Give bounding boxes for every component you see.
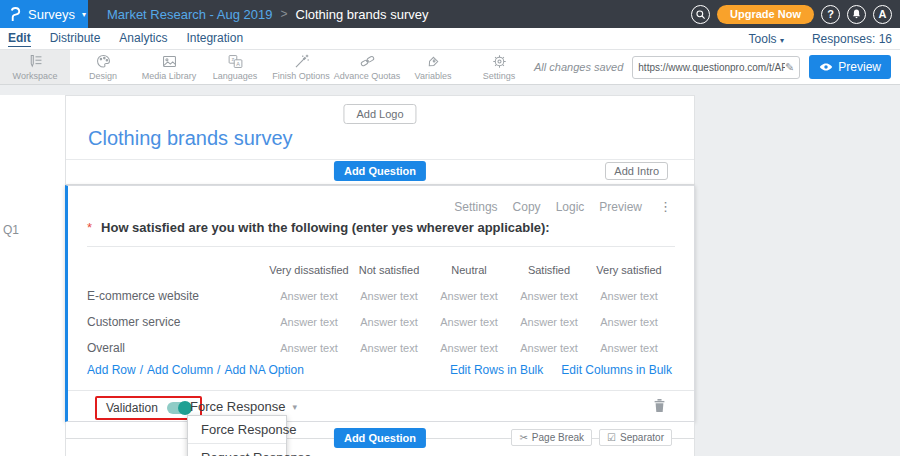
edit-columns-bulk-link[interactable]: Edit Columns in Bulk xyxy=(561,363,672,377)
edit-url-icon[interactable]: ✎ xyxy=(785,61,794,74)
add-logo-button[interactable]: Add Logo xyxy=(343,104,416,124)
help-button[interactable]: ? xyxy=(821,5,840,24)
add-question-button-top[interactable]: Add Question xyxy=(334,161,426,181)
section-nav: Edit Distribute Analytics Integration To… xyxy=(0,28,900,50)
question-copy-link[interactable]: Copy xyxy=(513,200,541,214)
translate-icon: zA xyxy=(226,53,245,70)
tool-design[interactable]: Design xyxy=(70,50,136,84)
answer-cell[interactable]: Answer text xyxy=(509,342,589,354)
answer-cell[interactable]: Answer text xyxy=(349,342,429,354)
page-break-button[interactable]: ✂ Page Break xyxy=(511,429,592,446)
checked-checkbox-icon: ☑ xyxy=(607,432,616,443)
answer-cell[interactable]: Answer text xyxy=(349,290,429,302)
answer-cell[interactable]: Answer text xyxy=(589,342,669,354)
question-index-label: Q1 xyxy=(3,223,19,237)
tool-languages[interactable]: zA Languages xyxy=(202,50,268,84)
tools-menu[interactable]: Tools ▾ xyxy=(749,32,784,46)
menu-item-request-response[interactable]: Request Response xyxy=(188,444,286,456)
tool-media-library[interactable]: Media Library xyxy=(136,50,202,84)
tool-variables[interactable]: Variables xyxy=(400,50,466,84)
separator-toggle[interactable]: ☑ Separator xyxy=(599,429,672,446)
answer-cell[interactable]: Answer text xyxy=(269,316,349,328)
tool-finish-options[interactable]: Finish Options xyxy=(268,50,334,84)
tool-label: Media Library xyxy=(142,71,197,81)
edit-rows-bulk-link[interactable]: Edit Rows in Bulk xyxy=(450,363,543,377)
answer-cell[interactable]: Answer text xyxy=(429,316,509,328)
survey-header-actions: Add Question Add Intro xyxy=(66,160,694,184)
save-status: All changes saved xyxy=(534,61,623,73)
preview-label: Preview xyxy=(838,60,881,74)
answer-cell[interactable]: Answer text xyxy=(349,316,429,328)
matrix-row: Customer service Answer text Answer text… xyxy=(87,309,669,335)
survey-title[interactable]: Clothing brands survey xyxy=(88,127,293,150)
page-break-label: Page Break xyxy=(532,432,584,443)
svg-text:z: z xyxy=(231,56,234,62)
account-avatar[interactable]: A xyxy=(873,5,892,24)
answer-cell[interactable]: Answer text xyxy=(509,316,589,328)
search-button[interactable] xyxy=(691,5,710,24)
upgrade-now-button[interactable]: Upgrade Now xyxy=(717,5,814,24)
tag-icon xyxy=(424,53,443,70)
column-header[interactable]: Very satisfied xyxy=(589,264,669,276)
matrix-row: Overall Answer text Answer text Answer t… xyxy=(87,335,669,361)
row-label[interactable]: E-commerce website xyxy=(87,289,269,303)
add-intro-button[interactable]: Add Intro xyxy=(605,162,668,180)
question-logic-link[interactable]: Logic xyxy=(556,200,585,214)
survey-title-section: Add Logo Clothing brands survey xyxy=(66,96,694,160)
nav-tab-distribute[interactable]: Distribute xyxy=(50,31,101,46)
validation-toggle[interactable] xyxy=(167,402,191,414)
add-question-button-bottom[interactable]: Add Question xyxy=(334,428,426,448)
add-na-option-link[interactable]: Add NA Option xyxy=(224,363,303,377)
product-label: Surveys xyxy=(28,7,75,22)
palette-icon xyxy=(94,53,113,70)
tool-settings[interactable]: Settings xyxy=(466,50,532,84)
bulk-edit-links: Edit Rows in Bulk Edit Columns in Bulk xyxy=(450,363,672,377)
survey-url-input[interactable] xyxy=(638,62,785,73)
column-header[interactable]: Not satisfied xyxy=(349,264,429,276)
breadcrumb-folder[interactable]: Market Research - Aug 2019 xyxy=(107,7,272,22)
nav-tab-edit[interactable]: Edit xyxy=(8,31,31,47)
answer-cell[interactable]: Answer text xyxy=(509,290,589,302)
question-text[interactable]: How satisfied are you with the following… xyxy=(101,220,550,235)
toolbar-right: All changes saved ✎ Preview xyxy=(534,50,900,84)
answer-cell[interactable]: Answer text xyxy=(269,290,349,302)
answer-cell[interactable]: Answer text xyxy=(589,290,669,302)
svg-text:A: A xyxy=(236,61,240,67)
question-actions: Settings Copy Logic Preview ⋮ xyxy=(454,199,672,214)
answer-cell[interactable]: Answer text xyxy=(429,342,509,354)
column-header[interactable]: Neutral xyxy=(429,264,509,276)
row-label[interactable]: Overall xyxy=(87,341,269,355)
survey-url-field[interactable]: ✎ xyxy=(632,56,800,79)
responses-count[interactable]: Responses: 16 xyxy=(812,32,892,46)
more-options-icon[interactable]: ⋮ xyxy=(659,199,672,214)
column-header[interactable]: Very dissatisfied xyxy=(269,264,349,276)
answer-cell[interactable]: Answer text xyxy=(269,342,349,354)
answer-cell[interactable]: Answer text xyxy=(429,290,509,302)
tool-label: Design xyxy=(89,71,117,81)
answer-cell[interactable]: Answer text xyxy=(589,316,669,328)
question-preview-link[interactable]: Preview xyxy=(599,200,642,214)
add-row-link[interactable]: Add Row xyxy=(87,363,136,377)
menu-item-force-response[interactable]: Force Response xyxy=(188,416,286,444)
chevron-down-icon: ▾ xyxy=(780,36,784,45)
nav-tab-analytics[interactable]: Analytics xyxy=(119,31,167,46)
add-column-link[interactable]: Add Column xyxy=(147,363,213,377)
nav-tab-integration[interactable]: Integration xyxy=(186,31,243,46)
surveys-menu[interactable]: Surveys ▾ xyxy=(0,0,88,28)
row-label[interactable]: Customer service xyxy=(87,315,269,329)
magic-wand-icon xyxy=(292,53,311,70)
tool-label: Variables xyxy=(415,71,452,81)
breadcrumb: Market Research - Aug 2019 > Clothing br… xyxy=(107,7,428,22)
required-marker: * xyxy=(87,220,92,235)
delete-question-button[interactable] xyxy=(653,398,666,416)
question-settings-link[interactable]: Settings xyxy=(454,200,497,214)
column-header[interactable]: Satisfied xyxy=(509,264,589,276)
tool-advance-quotas[interactable]: Advance Quotas xyxy=(334,50,400,84)
topbar-actions: Upgrade Now ? A xyxy=(691,5,900,24)
validation-highlight-annotation: Validation xyxy=(95,396,202,420)
preview-button[interactable]: Preview xyxy=(809,55,891,79)
validation-row: Validation Force Response ▾ xyxy=(68,390,694,423)
tool-workspace[interactable]: Workspace xyxy=(0,50,70,84)
between-questions-strip: Add Question ✂ Page Break ☑ Separator xyxy=(65,422,695,456)
notifications-button[interactable] xyxy=(847,5,866,24)
